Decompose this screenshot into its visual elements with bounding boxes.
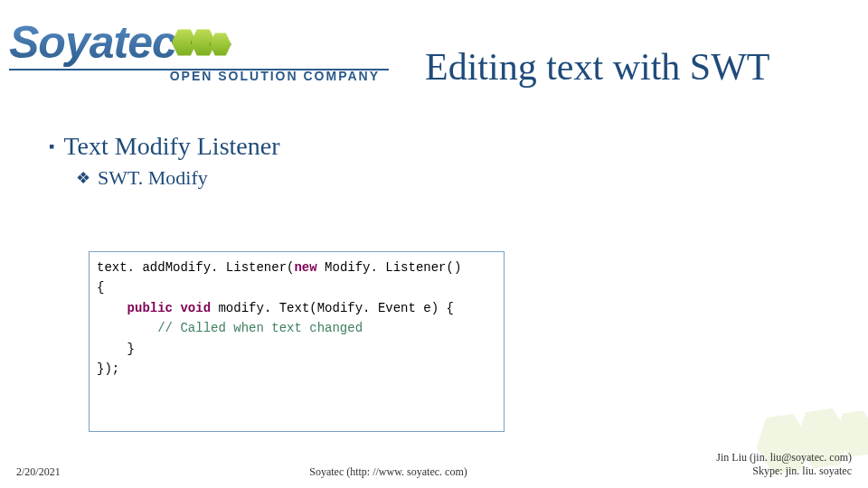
bullet-text: Text Modify Listener bbox=[63, 132, 279, 161]
slide-title: Editing text with SWT bbox=[425, 45, 769, 89]
logo-hex-icon bbox=[178, 28, 231, 57]
slide-footer: 2/20/2021 Soyatec (http: //www. soyatec.… bbox=[0, 451, 868, 479]
square-bullet-icon: ▪ bbox=[49, 138, 54, 155]
diamond-bullet-icon: ❖ bbox=[76, 170, 90, 186]
logo-name: Soyatec bbox=[9, 16, 176, 69]
bullet-list: ▪ Text Modify Listener ❖ SWT. Modify bbox=[49, 132, 279, 190]
footer-skype: Skype: jin. liu. soyatec bbox=[716, 465, 852, 479]
footer-email: Jin Liu (jin. liu@soyatec. com) bbox=[716, 451, 852, 465]
footer-company: Soyatec (http: //www. soyatec. com) bbox=[61, 465, 717, 479]
footer-date: 2/20/2021 bbox=[16, 465, 61, 479]
subbullet-text: SWT. Modify bbox=[98, 166, 208, 190]
code-snippet: text. addModify. Listener(new Modify. Li… bbox=[89, 251, 505, 432]
logo-tagline: OPEN SOLUTION COMPANY bbox=[9, 69, 380, 83]
company-logo: Soyatec OPEN SOLUTION COMPANY bbox=[9, 16, 389, 83]
